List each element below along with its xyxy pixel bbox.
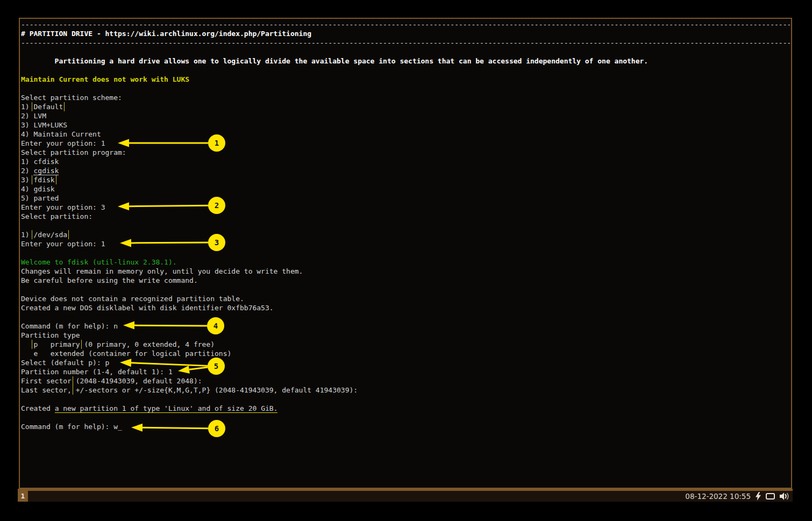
terminal-line bbox=[21, 285, 790, 294]
status-bar: 1 08-12-2022 10:55 bbox=[18, 489, 793, 502]
terminal-text: 2) bbox=[21, 167, 33, 175]
terminal-line: Select partition scheme: bbox=[21, 93, 790, 102]
terminal-text: 3) LVM+LUKS bbox=[21, 121, 67, 129]
terminal-text: 2) LVM bbox=[21, 112, 46, 120]
terminal-text: Command (m for help): n bbox=[21, 322, 118, 330]
terminal-line: # PARTITION DRIVE - https://wiki.archlin… bbox=[21, 29, 790, 38]
terminal-text: Changes will remain in memory only, unti… bbox=[21, 267, 303, 275]
terminal-line: Created a new partition 1 of type 'Linux… bbox=[21, 404, 790, 413]
desktop: { "colors": { "window_border": "#7d5628"… bbox=[0, 0, 812, 521]
terminal-line: Welcome to fdisk (util-linux 2.38.1). bbox=[21, 258, 790, 267]
terminal-content: ----------------------------------------… bbox=[21, 20, 790, 431]
terminal-text: Enter your option: 3 bbox=[21, 203, 105, 211]
terminal-line: Enter your option: 3 bbox=[21, 203, 790, 212]
terminal-text: 5) parted bbox=[21, 194, 59, 202]
highlight-box-text: fdisk bbox=[33, 176, 54, 184]
display-icon bbox=[766, 493, 775, 499]
terminal-text: 4) Maintain Current bbox=[21, 130, 101, 138]
terminal-line: Partitioning a hard drive allows one to … bbox=[21, 56, 790, 66]
terminal-line: 1) cfdisk bbox=[21, 157, 790, 166]
terminal-line: Be careful before using the write comman… bbox=[21, 276, 790, 285]
terminal-line bbox=[21, 248, 790, 258]
terminal-line: p primary (0 primary, 0 extended, 4 free… bbox=[21, 340, 790, 349]
terminal-text: Be careful before using the write comman… bbox=[21, 276, 198, 284]
terminal-text: 3) bbox=[21, 176, 33, 184]
terminal-line: e extended (container for logical partit… bbox=[21, 349, 790, 358]
terminal-line: Select partition program: bbox=[21, 148, 790, 157]
divider-dashes: ----------------------------------------… bbox=[21, 39, 790, 47]
terminal-line: Enter your option: 1 bbox=[21, 139, 790, 148]
terminal-text bbox=[21, 340, 33, 348]
terminal-line: 4) gdisk bbox=[21, 184, 790, 194]
terminal-text: 4) gdisk bbox=[21, 185, 55, 193]
terminal-line: Maintain Current does not work with LUKS bbox=[21, 75, 790, 84]
highlight-box-text: Last sector, bbox=[21, 386, 72, 394]
highlight-box-text: First sector bbox=[21, 377, 72, 385]
highlight-box-text: p primary bbox=[33, 340, 80, 348]
workspace-badge[interactable]: 1 bbox=[18, 491, 28, 502]
terminal-line bbox=[21, 395, 790, 404]
divider-dashes: ----------------------------------------… bbox=[21, 20, 790, 28]
terminal-text: Select partition scheme: bbox=[21, 94, 122, 102]
terminal-text: Select partition program: bbox=[21, 148, 126, 156]
terminal-line: ----------------------------------------… bbox=[21, 38, 790, 47]
terminal-line: 2) cgdisk bbox=[21, 166, 790, 175]
terminal-line bbox=[21, 413, 790, 422]
terminal-window: ----------------------------------------… bbox=[19, 18, 792, 489]
terminal-line: 1) /dev/sda bbox=[21, 230, 790, 239]
terminal-text: +/-sectors or +/-size{K,M,G,T,P} (2048-4… bbox=[72, 386, 358, 394]
terminal-line: Created a new DOS disklabel with disk id… bbox=[21, 303, 790, 312]
terminal-text: Enter your option: 1 bbox=[21, 240, 105, 248]
terminal-line: 3) LVM+LUKS bbox=[21, 120, 790, 130]
terminal-text: Created bbox=[21, 404, 55, 412]
terminal-line: 4) Maintain Current bbox=[21, 130, 790, 139]
terminal-line bbox=[21, 47, 790, 56]
terminal-text: e extended (container for logical partit… bbox=[21, 349, 231, 358]
highlight-box-text: Default bbox=[33, 103, 63, 111]
terminal-text: Maintain Current does not work with LUKS bbox=[21, 75, 189, 83]
terminal-line: 2) LVM bbox=[21, 111, 790, 120]
terminal-text: Partition number (1-4, default 1): 1 bbox=[21, 368, 173, 376]
terminal-text: Command (m for help): w_ bbox=[21, 423, 122, 431]
terminal-text: Enter your option: 1 bbox=[21, 139, 105, 147]
terminal-line: Select partition: bbox=[21, 212, 790, 221]
status-right: 08-12-2022 10:55 bbox=[685, 492, 793, 501]
volume-icon[interactable] bbox=[779, 492, 790, 501]
terminal-text: Welcome to fdisk (util-linux 2.38.1). bbox=[21, 258, 177, 266]
terminal-text: (2048-41943039, default 2048): bbox=[72, 377, 202, 385]
terminal-text: Device does not contain a recognized par… bbox=[21, 295, 244, 303]
terminal-line: Partition number (1-4, default 1): 1 bbox=[21, 367, 790, 376]
terminal-text: Created a new DOS disklabel with disk id… bbox=[21, 304, 274, 312]
terminal-text: 1) bbox=[21, 231, 33, 239]
terminal-line: Device does not contain a recognized par… bbox=[21, 294, 790, 303]
terminal-line: ----------------------------------------… bbox=[21, 20, 790, 29]
terminal-text: Partition type bbox=[21, 331, 80, 339]
terminal-line: Partition type bbox=[21, 331, 790, 340]
terminal-text: a new partition 1 of type 'Linux' and of… bbox=[55, 404, 278, 413]
highlight-box-text: /dev/sda bbox=[33, 231, 67, 239]
terminal-text: 1) bbox=[21, 103, 33, 111]
terminal-text: # PARTITION DRIVE - https://wiki.archlin… bbox=[21, 30, 311, 38]
terminal-line: Command (m for help): n bbox=[21, 322, 790, 331]
terminal-text: Select partition: bbox=[21, 212, 92, 220]
terminal-line: 5) parted bbox=[21, 194, 790, 203]
terminal-line: First sector (2048-41943039, default 204… bbox=[21, 376, 790, 386]
terminal-line: Changes will remain in memory only, unti… bbox=[21, 267, 790, 276]
terminal-text: Select (default p): p bbox=[21, 359, 109, 367]
terminal-text: Partitioning a hard drive allows one to … bbox=[21, 57, 648, 65]
terminal-text: 1) cfdisk bbox=[21, 158, 59, 166]
terminal-line: 3) fdisk bbox=[21, 175, 790, 184]
power-icon bbox=[755, 492, 761, 501]
terminal-text: (0 primary, 0 extended, 4 free) bbox=[80, 340, 215, 348]
command-prompt-line[interactable]: Command (m for help): w_ bbox=[21, 422, 790, 431]
terminal-line: 1) Default bbox=[21, 102, 790, 111]
terminal-line: Select (default p): p bbox=[21, 358, 790, 367]
terminal-line bbox=[21, 312, 790, 322]
terminal-line bbox=[21, 221, 790, 230]
terminal-line: Enter your option: 1 bbox=[21, 239, 790, 248]
terminal-line: Last sector, +/-sectors or +/-size{K,M,G… bbox=[21, 386, 790, 395]
terminal-text: cgdisk bbox=[33, 167, 59, 175]
terminal-line bbox=[21, 84, 790, 93]
datetime-label: 08-12-2022 10:55 bbox=[685, 492, 751, 501]
terminal-line bbox=[21, 66, 790, 75]
